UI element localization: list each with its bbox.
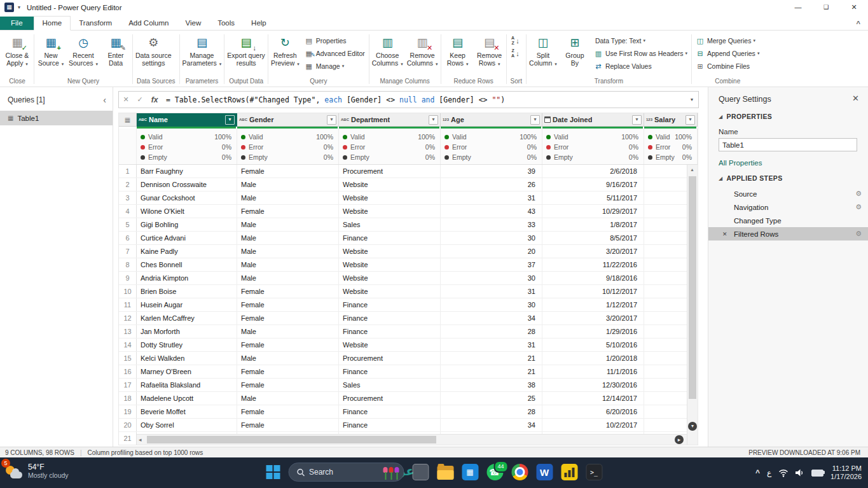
row-number[interactable]: 14 — [119, 338, 137, 351]
cell[interactable]: Kaine Padly — [137, 245, 237, 258]
terminal-icon[interactable]: >_ — [586, 464, 602, 480]
cell[interactable]: Male — [237, 352, 339, 365]
taskbar-clock[interactable]: 11:12 PM 1/17/2026 — [830, 464, 862, 482]
manage-parameters-button[interactable]: ▤ManageParameters ▾ — [181, 33, 223, 69]
combine-files-button[interactable]: ⊞Combine Files — [693, 60, 762, 73]
cell[interactable]: Finance — [339, 232, 441, 244]
cell[interactable]: Male — [237, 192, 339, 204]
cell[interactable]: 30 — [441, 298, 542, 311]
row-number[interactable]: 9 — [119, 272, 137, 284]
cell[interactable]: 39 — [441, 165, 542, 178]
query-name-input[interactable] — [719, 138, 857, 151]
volume-icon[interactable] — [796, 469, 804, 477]
cell[interactable]: 43 — [441, 205, 542, 218]
cell[interactable]: Jan Morforth — [137, 325, 237, 338]
cell[interactable]: 37 — [441, 258, 542, 271]
cell[interactable]: Finance — [339, 298, 441, 311]
cell[interactable]: Gunar Cockshoot — [137, 192, 237, 204]
cell[interactable]: 10/29/2017 — [542, 205, 644, 218]
applied-step-changed-type[interactable]: Changed Type — [708, 214, 868, 227]
row-number[interactable]: 4 — [119, 205, 137, 218]
cell[interactable]: 26 — [441, 178, 542, 191]
row-number[interactable]: 16 — [119, 365, 137, 378]
cell[interactable]: 9/18/2016 — [542, 272, 644, 284]
cell[interactable]: Oby Sorrel — [137, 419, 237, 431]
formula-expand-icon[interactable]: ▾ — [685, 97, 698, 102]
cell[interactable]: Male — [237, 245, 339, 258]
split-column-button[interactable]: ◫SplitColumn ▾ — [528, 33, 558, 69]
cell[interactable]: Madelene Upcott — [137, 392, 237, 405]
tab-home[interactable]: Home — [34, 16, 71, 31]
cell[interactable]: 12/14/2017 — [542, 392, 644, 405]
manage-button[interactable]: ▦Manage▾ — [302, 60, 368, 73]
cell[interactable]: Male — [237, 325, 339, 338]
row-number[interactable]: 3 — [119, 192, 137, 204]
cell[interactable]: Rafaelita Blaksland — [137, 379, 237, 391]
cell[interactable]: 3/20/2017 — [542, 245, 644, 258]
cell[interactable]: Wilone O'Kielt — [137, 205, 237, 218]
cell[interactable]: Finance — [339, 405, 441, 418]
data-type-text-button[interactable]: Data Type: Text▾ — [591, 34, 690, 47]
cell[interactable]: 28 — [441, 325, 542, 338]
tab-help[interactable]: Help — [243, 17, 275, 30]
cell[interactable]: Andria Kimpton — [137, 272, 237, 284]
microsoft-store-icon[interactable]: ▦ — [462, 464, 478, 480]
all-properties-link[interactable]: All Properties — [719, 159, 859, 167]
wifi-icon[interactable] — [778, 469, 789, 477]
weather-widget[interactable]: 5 54°F Mostly cloudy — [4, 461, 69, 480]
cell[interactable]: Brien Boise — [137, 285, 237, 298]
column-header-salary[interactable]: 123Salary▾ — [644, 113, 698, 127]
file-explorer-icon[interactable] — [437, 464, 453, 480]
cell[interactable]: 1/12/2017 — [542, 298, 644, 311]
row-number[interactable]: 13 — [119, 325, 137, 338]
tab-add-column[interactable]: Add Column — [120, 17, 177, 30]
tab-file[interactable]: File — [0, 17, 34, 30]
cell[interactable]: Female — [237, 338, 339, 351]
cell[interactable]: Female — [237, 405, 339, 418]
properties-button[interactable]: ▤Properties — [302, 34, 368, 47]
cell[interactable]: 21 — [441, 365, 542, 378]
cell[interactable]: Website — [339, 272, 441, 284]
battery-icon[interactable] — [811, 470, 823, 477]
word-icon[interactable]: W — [536, 464, 553, 480]
cell[interactable]: 5/10/2016 — [542, 338, 644, 351]
step-settings-icon[interactable]: ⚙ — [855, 190, 862, 198]
cell[interactable]: Procurement — [339, 352, 441, 365]
filter-icon[interactable]: ▾ — [685, 115, 695, 125]
tray-overflow-icon[interactable]: ^ — [755, 468, 760, 477]
merge-queries-button[interactable]: ◫Merge Queries▾ — [693, 34, 762, 47]
column-header-date-joined[interactable]: Date Joined▾ — [542, 113, 644, 127]
tab-transform[interactable]: Transform — [71, 17, 120, 30]
cell[interactable]: 20 — [441, 245, 542, 258]
cell[interactable]: 11/1/2016 — [542, 365, 644, 378]
group-by-button[interactable]: ⊞GroupBy — [560, 33, 590, 68]
filter-icon[interactable]: ▾ — [225, 115, 235, 125]
taskbar-search[interactable]: Search — [288, 463, 404, 482]
select-all-button[interactable]: ▦ — [119, 113, 137, 127]
column-header-age[interactable]: 123Age▾ — [441, 113, 542, 127]
cell[interactable]: Female — [237, 379, 339, 391]
cell[interactable]: Curtice Advani — [137, 232, 237, 244]
scroll-up-icon[interactable]: ▴ — [687, 167, 697, 172]
cell[interactable]: Female — [237, 165, 339, 178]
powerbi-icon[interactable] — [561, 464, 577, 480]
cell[interactable]: 28 — [441, 405, 542, 418]
filter-icon[interactable]: ▾ — [429, 115, 438, 125]
collapse-queries-panel-icon[interactable]: ‹ — [103, 97, 106, 103]
row-number[interactable]: 17 — [119, 379, 137, 391]
formula-commit-icon[interactable]: ✓ — [133, 95, 147, 104]
cell[interactable]: 5/11/2017 — [542, 192, 644, 204]
cell[interactable]: 31 — [441, 192, 542, 204]
vertical-scrollbar-thumb[interactable] — [689, 176, 696, 399]
cell[interactable]: 9/16/2017 — [542, 178, 644, 191]
collapse-ribbon-icon[interactable]: ^ — [857, 20, 860, 27]
cell[interactable]: Male — [237, 232, 339, 244]
tab-view[interactable]: View — [177, 17, 210, 30]
cell[interactable]: Male — [237, 258, 339, 271]
new-source-button[interactable]: ▦+NewSource ▾ — [36, 33, 66, 69]
cell[interactable]: 1/8/2017 — [542, 218, 644, 231]
cell[interactable]: Finance — [339, 419, 441, 431]
cell[interactable]: Sales — [339, 218, 441, 231]
cell[interactable]: 2/6/2018 — [542, 165, 644, 178]
cell[interactable]: Male — [237, 218, 339, 231]
